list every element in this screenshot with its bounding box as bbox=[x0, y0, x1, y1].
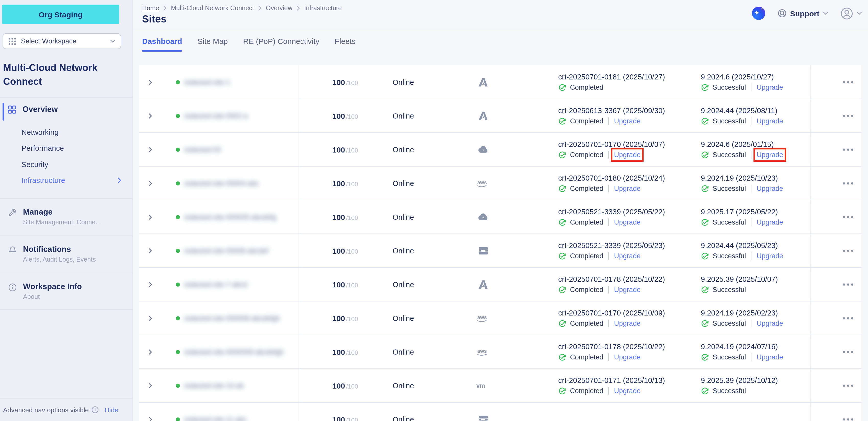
sync-check-icon bbox=[558, 185, 566, 193]
site-name-redacted[interactable]: redacted-site-00004-abc bbox=[184, 179, 259, 187]
lifebuoy-icon bbox=[777, 9, 786, 18]
health-score: 100/100 bbox=[332, 348, 358, 356]
row-menu-ellipsis-icon[interactable] bbox=[842, 249, 854, 252]
tab-site-map[interactable]: Site Map bbox=[197, 37, 228, 52]
software-upgrade-link[interactable]: Upgrade bbox=[614, 252, 641, 260]
aws-provider-icon: aws bbox=[469, 347, 497, 357]
sidebar-item-manage[interactable]: Manage Site Management, Conne... bbox=[0, 200, 132, 226]
site-name-redacted[interactable]: redacted-site-00006-abcdef bbox=[184, 247, 268, 254]
software-upgrade-link[interactable]: Upgrade bbox=[614, 387, 641, 395]
divider bbox=[609, 320, 609, 327]
os-upgrade-link[interactable]: Upgrade bbox=[757, 320, 783, 327]
row-menu-ellipsis-icon[interactable] bbox=[842, 350, 854, 353]
row-actions-cell bbox=[810, 369, 861, 402]
row-expand-chevron-icon[interactable] bbox=[145, 279, 155, 289]
row-expand-chevron-icon[interactable] bbox=[145, 110, 155, 121]
os-upgrade-link[interactable]: Upgrade bbox=[757, 353, 783, 361]
row-actions-cell bbox=[810, 65, 861, 99]
software-upgrade-link[interactable]: Upgrade bbox=[614, 353, 641, 361]
row-menu-ellipsis-icon[interactable] bbox=[842, 418, 854, 421]
account-menu[interactable] bbox=[840, 7, 862, 20]
site-name-redacted[interactable]: redacted-site-0000009-abcdefgh bbox=[184, 348, 284, 356]
sidebar-subitem-security[interactable]: Security bbox=[22, 156, 122, 172]
software-upgrade-link[interactable]: Upgrade bbox=[614, 117, 641, 125]
site-name-redacted[interactable]: redacted-site-11-abc bbox=[184, 415, 247, 421]
divider bbox=[609, 185, 609, 192]
connectivity-status: Online bbox=[393, 111, 414, 120]
row-actions-cell bbox=[810, 402, 861, 421]
sync-check-icon bbox=[701, 319, 709, 327]
sidebar-subitem-performance[interactable]: Performance bbox=[22, 140, 122, 156]
sync-check-icon bbox=[701, 117, 709, 125]
table-row: redacted-site-00006-abcdef 100/100 Onlin… bbox=[139, 234, 861, 268]
site-name-redacted[interactable]: redacted-site-7-abcd bbox=[184, 281, 247, 288]
os-upgrade-link[interactable]: Upgrade bbox=[757, 252, 783, 260]
row-expand-chevron-icon[interactable] bbox=[145, 212, 155, 222]
software-status-text: Completed bbox=[570, 219, 603, 226]
row-expand-chevron-icon[interactable] bbox=[145, 380, 155, 391]
site-name-redacted[interactable]: redacted-site-000005-abcdefg bbox=[184, 213, 276, 221]
sidebar-item-workspace-info[interactable]: Workspace Info About bbox=[0, 275, 132, 300]
row-menu-ellipsis-icon[interactable] bbox=[842, 80, 854, 84]
sync-check-icon bbox=[558, 286, 566, 294]
os-upgrade-link[interactable]: Upgrade bbox=[757, 219, 783, 226]
sidebar-item-overview[interactable]: Overview bbox=[8, 105, 58, 114]
os-upgrade-link[interactable]: Upgrade bbox=[757, 185, 783, 192]
os-upgrade-link[interactable]: Upgrade bbox=[757, 84, 783, 91]
breadcrumb-item-overview: Overview bbox=[266, 5, 292, 12]
hide-advanced-nav-link[interactable]: Hide bbox=[104, 406, 118, 414]
row-menu-ellipsis-icon[interactable] bbox=[842, 148, 854, 151]
health-score: 100/100 bbox=[332, 246, 358, 255]
sync-check-icon bbox=[701, 83, 709, 92]
sync-check-icon bbox=[558, 319, 566, 327]
sidebar-subitem-infrastructure[interactable]: Infrastructure bbox=[22, 172, 122, 189]
software-upgrade-link[interactable]: Upgrade bbox=[614, 219, 641, 226]
row-expand-chevron-icon[interactable] bbox=[145, 313, 155, 323]
openstack-icon bbox=[477, 245, 489, 257]
site-health-dot bbox=[176, 215, 180, 219]
sync-check-icon bbox=[558, 151, 566, 159]
aws-icon: aws bbox=[476, 313, 490, 323]
os-version-cell: 9.2024.44 (2025/08/11) Successful Upgrad… bbox=[701, 106, 783, 125]
os-status-text: Successful bbox=[713, 353, 746, 361]
tab-fleets[interactable]: Fleets bbox=[335, 37, 356, 52]
software-upgrade-link[interactable]: Upgrade bbox=[614, 185, 641, 192]
row-menu-ellipsis-icon[interactable] bbox=[842, 317, 854, 320]
site-name-redacted[interactable]: redacted-site-1 bbox=[184, 78, 230, 86]
row-expand-chevron-icon[interactable] bbox=[145, 414, 155, 421]
tab-re-pop-connectivity[interactable]: RE (PoP) Connectivity bbox=[243, 37, 319, 52]
row-expand-chevron-icon[interactable] bbox=[145, 178, 155, 188]
row-expand-chevron-icon[interactable] bbox=[145, 144, 155, 155]
sidebar-item-notifications[interactable]: Notifications Alerts, Audit Logs, Events bbox=[0, 237, 132, 263]
software-upgrade-link[interactable]: Upgrade bbox=[614, 151, 641, 159]
row-menu-ellipsis-icon[interactable] bbox=[842, 384, 854, 387]
breadcrumb-item-home[interactable]: Home bbox=[142, 5, 159, 12]
os-upgrade-link[interactable]: Upgrade bbox=[757, 117, 783, 125]
gcp-provider-icon bbox=[469, 143, 497, 156]
row-expand-chevron-icon[interactable] bbox=[145, 77, 155, 87]
row-menu-ellipsis-icon[interactable] bbox=[842, 283, 854, 286]
openstack-provider-icon bbox=[469, 245, 497, 257]
table-row: redacted-site-00004-abc 100/100 Online a… bbox=[139, 167, 861, 200]
row-menu-ellipsis-icon[interactable] bbox=[842, 182, 854, 185]
tab-dashboard[interactable]: Dashboard bbox=[142, 37, 182, 52]
site-name-redacted[interactable]: redacted-site-000008-abcdefgh bbox=[184, 314, 280, 322]
software-upgrade-link[interactable]: Upgrade bbox=[614, 320, 641, 327]
site-name-redacted[interactable]: redacted-03 bbox=[184, 145, 221, 153]
row-expand-chevron-icon[interactable] bbox=[145, 347, 155, 357]
row-menu-ellipsis-icon[interactable] bbox=[842, 215, 854, 219]
workspace-selector[interactable]: Select Workspace bbox=[3, 33, 121, 49]
support-menu[interactable]: Support bbox=[777, 9, 828, 18]
ai-assistant-button[interactable]: ✦ ✦ bbox=[752, 7, 765, 20]
software-upgrade-link[interactable]: Upgrade bbox=[614, 286, 641, 294]
site-health-dot bbox=[176, 350, 180, 354]
table-row: redacted-site-1 100/100 Online crt-20250… bbox=[139, 65, 861, 99]
site-name-redacted[interactable]: redacted-site-0002-a bbox=[184, 112, 248, 120]
site-health-dot bbox=[176, 80, 180, 84]
sparkle-icon: ✦ bbox=[754, 9, 760, 18]
sidebar-subitem-networking[interactable]: Networking bbox=[22, 124, 122, 140]
row-expand-chevron-icon[interactable] bbox=[145, 246, 155, 256]
os-upgrade-link[interactable]: Upgrade bbox=[757, 151, 783, 159]
site-name-redacted[interactable]: redacted-site-10-ab bbox=[184, 382, 244, 389]
row-menu-ellipsis-icon[interactable] bbox=[842, 114, 854, 117]
